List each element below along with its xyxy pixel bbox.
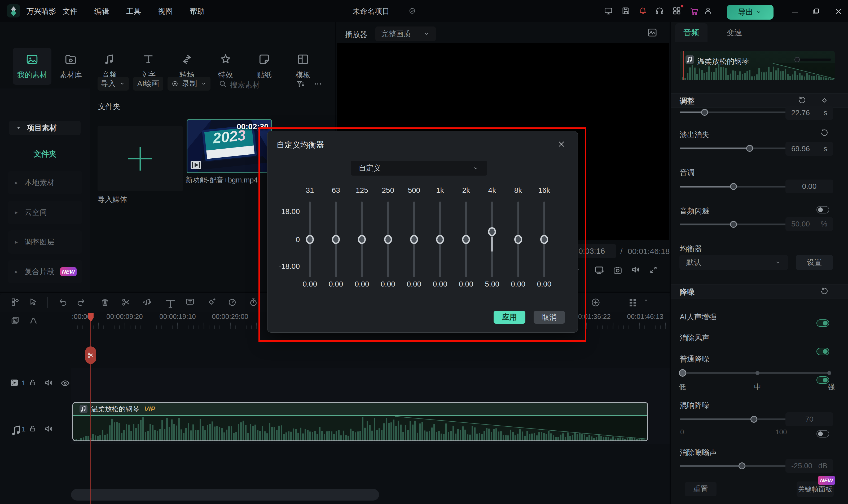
fade-out-value[interactable]: 69.96s <box>785 142 833 156</box>
spline-icon[interactable] <box>28 316 39 326</box>
menu-1[interactable]: 文件 <box>63 7 77 15</box>
project-material-header[interactable]: 项目素材 <box>9 121 81 135</box>
eq-band-thumb[interactable] <box>384 235 392 244</box>
record-button[interactable]: 录制 <box>168 77 210 91</box>
reverb-slider[interactable] <box>680 418 787 420</box>
playhead-line[interactable] <box>90 313 91 504</box>
alert-icon[interactable] <box>638 6 648 16</box>
tab-speed[interactable]: 变速 <box>719 23 750 42</box>
sidebar-item-3[interactable]: ▸调整图层 <box>8 230 82 254</box>
reverb-denoise-toggle[interactable] <box>816 430 829 437</box>
account-icon[interactable] <box>703 6 713 16</box>
media-clip-card[interactable]: 2023 00:02:30 <box>187 119 272 173</box>
equalizer-settings-button[interactable]: 设置 <box>796 255 833 270</box>
denoise-level-high-dot[interactable] <box>827 371 831 375</box>
detach-audio-icon[interactable] <box>142 297 152 307</box>
support-headset-icon[interactable] <box>655 6 664 16</box>
ai-paint-button[interactable]: AI绘画 <box>133 77 163 91</box>
copy-plus-icon[interactable] <box>10 316 20 325</box>
dialog-close-icon[interactable] <box>557 140 566 148</box>
fade-out-reset-icon[interactable] <box>820 128 829 138</box>
eq-band-thumb[interactable] <box>462 235 470 244</box>
track-height-caret-icon[interactable] <box>643 297 650 304</box>
equalizer-preset-dropdown[interactable]: 默认 <box>679 255 788 270</box>
audio-mute-icon[interactable] <box>44 424 54 434</box>
volume-speaker-icon[interactable] <box>630 264 641 275</box>
cancel-button[interactable]: 取消 <box>534 311 565 324</box>
snapshot-camera-icon[interactable] <box>612 265 623 275</box>
close-button[interactable] <box>834 7 843 16</box>
playhead-scissors-badge[interactable] <box>85 346 96 364</box>
export-button[interactable]: 导出 <box>727 5 774 20</box>
media-tab-7[interactable]: 贴纸 <box>245 48 284 85</box>
eq-band-thumb[interactable] <box>332 235 340 244</box>
eq-band-thumb[interactable] <box>488 227 496 236</box>
speech-to-text-icon[interactable] <box>185 297 195 307</box>
sidebar-item-1[interactable]: ▸本地素材 <box>8 171 82 194</box>
eq-band-thumb[interactable] <box>514 235 522 244</box>
redo-icon[interactable] <box>75 297 86 307</box>
video-track-lane[interactable] <box>71 367 670 402</box>
layout-icon[interactable] <box>10 297 21 307</box>
undo-icon[interactable] <box>58 297 68 307</box>
render-timer-icon[interactable] <box>248 297 259 307</box>
ai-voice-toggle[interactable] <box>816 319 829 327</box>
minimize-button[interactable] <box>791 7 799 16</box>
adjust-keyframe-icon[interactable] <box>820 96 829 105</box>
import-media-tile[interactable] <box>98 126 183 191</box>
menu-5[interactable]: 帮助 <box>190 7 205 15</box>
text-tool-icon[interactable] <box>163 297 177 311</box>
audio-lock-icon[interactable] <box>28 424 37 433</box>
media-tab-2[interactable]: 素材库 <box>51 48 90 85</box>
menu-4[interactable]: 视图 <box>158 7 173 15</box>
pitch-slider[interactable] <box>680 186 787 187</box>
menu-2[interactable]: 编辑 <box>94 7 109 15</box>
normal-denoise-toggle[interactable] <box>816 376 829 384</box>
more-options-icon[interactable] <box>313 79 323 89</box>
media-tab-1[interactable]: 我的素材 <box>13 48 51 85</box>
denoise-reset-icon[interactable] <box>820 287 829 296</box>
track-height-icon[interactable] <box>627 297 639 308</box>
card-volume-slider[interactable] <box>797 58 831 61</box>
ducking-toggle[interactable] <box>816 206 829 214</box>
eq-band-thumb[interactable] <box>540 235 548 244</box>
video-visibility-icon[interactable] <box>60 378 70 389</box>
cart-icon[interactable] <box>689 6 699 16</box>
search-input[interactable]: 搜索素材 <box>230 80 260 90</box>
playhead-marker[interactable] <box>88 313 94 322</box>
timeline-audio-clip[interactable]: 温柔放松的钢琴 VIP <box>72 402 648 441</box>
hum-slider[interactable] <box>680 465 787 467</box>
tab-audio[interactable]: 音频 <box>675 23 708 42</box>
add-keyframe-icon[interactable] <box>206 297 217 307</box>
maximize-button[interactable] <box>812 7 821 16</box>
delete-icon[interactable] <box>100 297 110 307</box>
apps-grid-icon[interactable] <box>672 6 682 16</box>
zoom-fit-icon[interactable] <box>590 297 601 308</box>
eq-band-thumb[interactable] <box>436 235 444 244</box>
preview-display-icon[interactable] <box>594 264 605 276</box>
eq-band-thumb[interactable] <box>306 235 314 244</box>
card-volume-knob[interactable] <box>794 57 800 62</box>
speed-icon[interactable] <box>227 297 238 307</box>
fade-out-slider[interactable] <box>680 147 787 149</box>
denoise-level-slider[interactable] <box>682 372 831 374</box>
timeline-hscrollbar[interactable] <box>71 489 379 501</box>
menu-3[interactable]: 工具 <box>126 7 141 15</box>
select-tool-icon[interactable] <box>28 297 38 307</box>
denoise-level-mid-dot[interactable] <box>756 371 760 375</box>
video-lock-icon[interactable] <box>28 378 37 387</box>
adjust-reset-icon[interactable] <box>797 96 807 105</box>
pitch-value[interactable]: 0.00 <box>785 180 833 193</box>
video-mute-icon[interactable] <box>44 377 54 388</box>
scope-icon[interactable] <box>647 27 658 38</box>
folder-nav-item[interactable]: 文件夹 <box>0 149 90 159</box>
apply-button[interactable]: 应用 <box>494 311 525 324</box>
quality-dropdown[interactable]: 完整画质 <box>375 26 436 41</box>
eq-band-thumb[interactable] <box>410 235 418 244</box>
wind-removal-toggle[interactable] <box>816 348 829 355</box>
import-button[interactable]: 导入 <box>98 77 129 91</box>
fade-in-value[interactable]: 22.76s <box>785 106 833 120</box>
display-mode-icon[interactable] <box>603 6 613 16</box>
sidebar-item-2[interactable]: ▸云空间 <box>8 201 82 224</box>
denoise-level-knob[interactable] <box>679 369 686 377</box>
